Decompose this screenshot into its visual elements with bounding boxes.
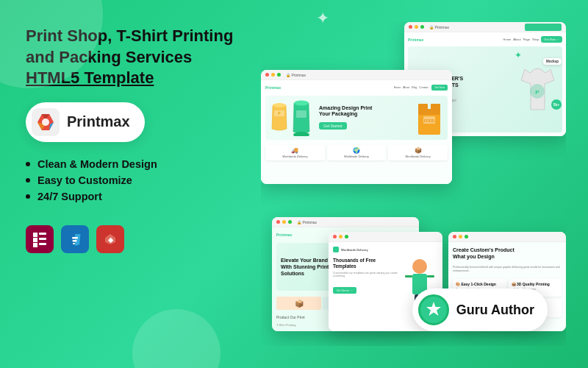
ruby-icon: ◆ (96, 225, 124, 253)
ss-dot-yellow-c (459, 235, 462, 238)
ss-dot-red (409, 25, 412, 29)
ss-nav-link-about-2: About (403, 86, 409, 89)
ss-dot-red-t (333, 235, 337, 238)
ss-dot-green (420, 25, 424, 29)
ss-dot-yellow (415, 25, 418, 29)
ss-tmpl-text-col: Thousands of Free Templates Customizable… (333, 258, 399, 316)
delivery-icon-3: 📦 (390, 147, 445, 154)
svg-rect-3 (33, 238, 37, 242)
tshirt-svg: P (517, 58, 558, 117)
brand-icon (32, 108, 60, 136)
feature-item-1: Clean & Modern Design (26, 158, 246, 170)
ss-header-custom (448, 232, 566, 242)
screenshot-packaging: 🔒 Printmax Printmax Home About Blog Cont… (261, 70, 452, 184)
ss-header-2: 🔒 Printmax (261, 70, 452, 80)
ss-tmpl-icon (333, 247, 339, 252)
ss-header-tmpl (329, 232, 442, 242)
ss-food-img: FOOD (415, 98, 444, 136)
svg-rect-4 (33, 243, 37, 247)
svg-point-38 (412, 259, 427, 274)
ss-nav-link-shop: Shop (532, 38, 539, 41)
ss-delivery-card-1: 🚚 Worldwide Delivery (265, 145, 325, 160)
ss-logo-3: Printmax (276, 233, 292, 237)
delivery-icon-2: 🌍 (329, 147, 384, 154)
svg-rect-23 (296, 110, 306, 118)
ss-tmpl-desc: Customizable my templates are great star… (333, 272, 399, 279)
main-container: ✦ Print Shop, T-Shirt Printing and Packi… (0, 0, 588, 368)
ss-nav-link-blog-2: Blog (412, 86, 417, 89)
guru-avatar-icon (423, 300, 444, 320)
ss-dot-yellow-2 (271, 73, 275, 77)
svg-rect-5 (39, 233, 46, 235)
ss-cta-btn-2: Get Now (431, 85, 448, 91)
ss-nav-link-home: Home (503, 38, 512, 41)
svg-rect-11 (73, 240, 77, 242)
ss-feat-title-1: 🎨 Easy 1-Click Design (456, 282, 503, 286)
ss-tmpl-title: Thousands of Free Templates (333, 258, 399, 269)
feature-item-3: 24/7 Support (26, 191, 246, 202)
feature-item-2: Easy to Customize (26, 174, 246, 186)
ss-cups-text-area: Amazing Design PrintYour Packaging Get S… (319, 105, 372, 131)
ss-dot-red-c (453, 235, 456, 238)
svg-rect-26 (418, 104, 428, 111)
ss-cups-btn: Get Started (319, 122, 347, 130)
ss-dot-red-2 (265, 73, 269, 77)
ss-dot-green-c (465, 235, 468, 238)
svg-text:FOOD: FOOD (424, 118, 435, 123)
svg-point-1 (42, 118, 49, 126)
ss-nav-btn (525, 24, 562, 31)
ss-dot-green-t (345, 235, 348, 238)
guru-author-label: Guru Author (456, 302, 534, 318)
right-panel: 🔒 Printmax Printmax Home About Page Shop… (261, 22, 566, 346)
ss-custom-desc: Professionally licensed defined with uni… (453, 266, 562, 273)
ss-custom-title: Create Custom's ProductWhat you Design (453, 247, 562, 260)
tech-icons: ◆ (26, 225, 246, 253)
ss-nav-link-contact-2: Contact (419, 86, 428, 89)
ss-delivery-cards: 🚚 Worldwide Delivery 🌍 Worldwide Deliver… (265, 145, 448, 160)
ss-tmpl-label: Worldwide Delivery (341, 248, 368, 252)
ss-tshirt-area: P Mockup 5k+ (517, 58, 558, 121)
ss-elevate-text: Elevate Your BrandWith Stunning PrintSol… (281, 257, 329, 277)
svg-rect-6 (39, 238, 46, 240)
ss-header-1: 🔒 Printmax (404, 22, 566, 32)
ss-cups-images: P (269, 99, 312, 136)
ss-url-bar: 🔒 Printmax (429, 25, 449, 29)
ss-dot-yellow-3 (282, 220, 286, 224)
svg-point-21 (294, 101, 309, 106)
svg-rect-2 (33, 233, 37, 237)
food-box-svg: FOOD (415, 98, 444, 136)
features-list: Clean & Modern Design Easy to Customize … (26, 158, 246, 207)
ss-cta-btn: Get Now → (541, 36, 562, 43)
delivery-icon-1: 🚚 (268, 147, 323, 154)
ss-url-bar-3: 🔒 Printmax (297, 220, 317, 224)
svg-point-18 (273, 103, 286, 107)
ss-dot-green-3 (288, 220, 292, 224)
guru-avatar (418, 294, 449, 325)
mockup-card: Mockup (543, 58, 562, 65)
ss-dot-yellow-t (339, 235, 343, 238)
ss-cups-hero: P Amazing Design PrintYour Packaging Get (265, 96, 448, 140)
ss-delivery-card-2: 🌍 Worldwide Delivery (327, 145, 387, 160)
delivery-label-1: Worldwide Delivery (268, 155, 323, 158)
ss-nav-links-2: Home About Blog Contact (394, 86, 429, 89)
svg-text:◆: ◆ (107, 236, 114, 244)
cup-svg-2 (291, 99, 312, 136)
elementor-icon (26, 225, 54, 253)
ss-cups-heading: Amazing Design PrintYour Packaging (319, 105, 372, 118)
svg-rect-7 (39, 243, 46, 245)
guru-author-badge: Guru Author (412, 289, 548, 331)
ss-delivery-card-3: 📦 Worldwide Delivery (388, 145, 448, 160)
brand-badge: Printmax (26, 102, 145, 142)
ss-header-3: 🔒 Printmax (272, 217, 419, 227)
svg-rect-41 (427, 275, 434, 277)
cup-svg-1: P (269, 99, 290, 132)
svg-rect-10 (72, 237, 78, 239)
ss-tmpl-top: Worldwide Delivery (333, 247, 438, 252)
css3-icon (61, 225, 89, 253)
ss-dot-red-3 (276, 220, 280, 224)
ss-tmpl-btn: Go Demo → (333, 287, 356, 294)
ss-nav-2: Printmax Home About Blog Contact Get Now (265, 85, 448, 91)
ss-nav-links: Home About Page Shop (503, 38, 539, 41)
ss-nav-link-page: Page (523, 38, 530, 41)
ss-nav-link-home-2: Home (394, 86, 401, 89)
